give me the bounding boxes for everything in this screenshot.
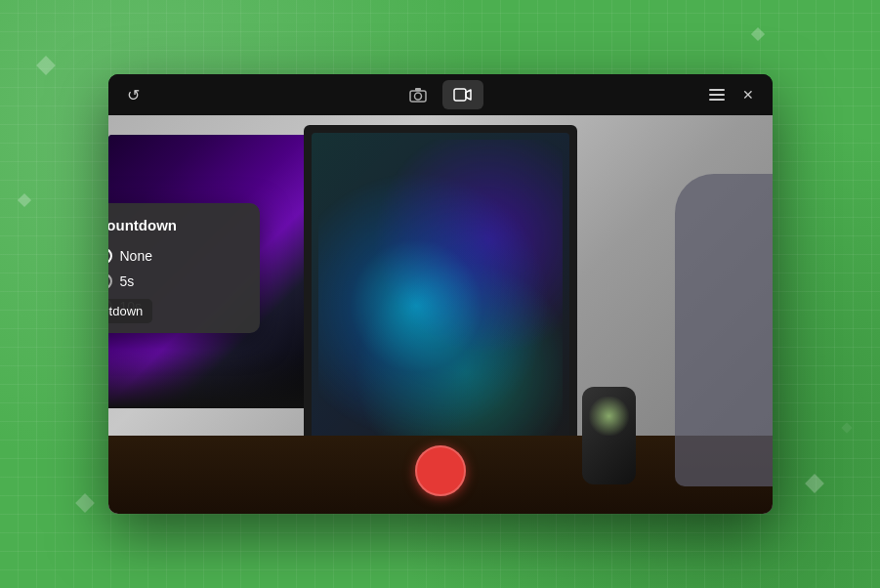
person-silhouette: [675, 174, 773, 486]
deco-diamond-2: [805, 474, 824, 493]
close-button[interactable]: ✕: [735, 82, 761, 107]
svg-rect-2: [415, 88, 421, 91]
pc-rgb-lighting: [318, 140, 563, 472]
countdown-option-5s[interactable]: 5s: [108, 269, 244, 294]
speaker: [582, 387, 636, 484]
countdown-option-10s[interactable]: 10s: [108, 294, 244, 319]
countdown-panel: Countdown None 5s 10s: [108, 203, 260, 333]
speaker-glow: [587, 397, 631, 436]
record-button[interactable]: [415, 445, 466, 496]
refresh-button[interactable]: ↺: [120, 81, 147, 108]
countdown-10s-label: 10s: [120, 299, 143, 315]
deco-diamond-6: [841, 422, 852, 433]
deco-diamond-1: [36, 56, 56, 75]
radio-none: [108, 248, 112, 264]
deco-diamond-5: [751, 27, 765, 41]
svg-point-1: [414, 93, 421, 100]
radio-10s: [108, 299, 112, 315]
countdown-panel-title: Countdown: [108, 217, 244, 233]
camera-view: Countdown None 5s 10s Countdown: [108, 115, 773, 514]
video-icon: [453, 88, 473, 102]
countdown-option-none[interactable]: None: [108, 243, 244, 269]
title-bar-left: ↺: [120, 81, 147, 108]
radio-5s: [108, 273, 112, 289]
countdown-none-label: None: [120, 248, 152, 264]
deco-diamond-3: [18, 193, 31, 207]
title-bar-right: ✕: [704, 82, 761, 107]
pc-tower: [304, 125, 577, 486]
countdown-5s-label: 5s: [120, 273, 135, 289]
title-bar-center: [398, 80, 483, 109]
svg-rect-3: [454, 89, 466, 101]
title-bar: ↺: [108, 74, 773, 115]
hamburger-icon: [705, 85, 729, 105]
camera-icon: [409, 87, 427, 103]
app-window: ↺: [108, 74, 773, 514]
tab-photo[interactable]: [398, 80, 439, 109]
tab-video[interactable]: [442, 80, 483, 109]
deco-diamond-4: [75, 493, 95, 513]
menu-button[interactable]: [704, 82, 730, 107]
